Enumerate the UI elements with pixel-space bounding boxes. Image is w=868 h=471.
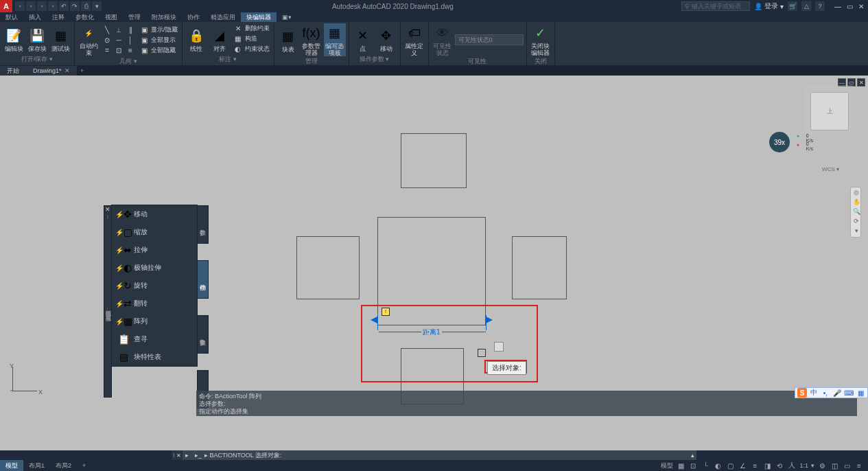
- visibility-select[interactable]: 可见性状态0: [455, 34, 524, 45]
- palette-item-block-props[interactable]: ▤块特性表: [112, 348, 197, 366]
- status-annotation-icon[interactable]: 人: [787, 461, 797, 470]
- nav-wheel-icon[interactable]: ◎: [852, 189, 860, 197]
- geo-row-equal[interactable]: =⊡≡: [101, 45, 137, 55]
- qat-save-icon[interactable]: ▫: [37, 1, 47, 11]
- status-tab-add[interactable]: +: [77, 460, 91, 471]
- nav-orbit-icon[interactable]: ⟳: [852, 218, 860, 226]
- palette-item-polar-stretch[interactable]: ⚡◐极轴拉伸: [112, 259, 197, 277]
- status-tab-layout1[interactable]: 布局1: [23, 460, 50, 471]
- status-ortho-icon[interactable]: └: [701, 461, 710, 470]
- palette-item-lookup[interactable]: 📋查寻: [112, 330, 197, 348]
- minimize-button[interactable]: —: [834, 3, 841, 10]
- status-workspace-icon[interactable]: ◫: [830, 461, 839, 470]
- status-cycling-icon[interactable]: ⟲: [775, 461, 784, 470]
- authoring-palette[interactable]: ✕ ፧ 块编写选项板 - 所有选项板 参数 动作 参数集 约束 ⚡✥移动 ⚡▢缩…: [111, 205, 198, 367]
- tab-add-button[interactable]: +: [77, 66, 88, 76]
- palette-item-stretch[interactable]: ⚡⬌拉伸: [112, 241, 197, 259]
- close-button[interactable]: ✕: [858, 3, 864, 10]
- status-polar-icon[interactable]: ◐: [713, 461, 723, 470]
- cart-icon[interactable]: 🛒: [788, 1, 797, 11]
- block-table-button[interactable]: ▦块表: [277, 27, 299, 53]
- close-editor-button[interactable]: ✓关闭块编辑器: [530, 23, 552, 56]
- menu-view[interactable]: 视图: [99, 12, 123, 22]
- edit-block-button[interactable]: 📝编辑块: [3, 26, 25, 52]
- canvas-max-icon[interactable]: ▭: [847, 78, 856, 87]
- nav-pan-icon[interactable]: ✋: [852, 198, 860, 207]
- side-tab-action[interactable]: 动作: [197, 260, 209, 299]
- hide-all-button[interactable]: ▣全部隐藏: [138, 45, 179, 55]
- qat-undo-icon[interactable]: ↶: [59, 1, 69, 11]
- status-snap-icon[interactable]: ⊡: [688, 461, 698, 470]
- command-input[interactable]: ▸_▸ BACTIONTOOL 选择对象:: [191, 451, 688, 460]
- side-tab-paramset[interactable]: 参数集: [197, 315, 209, 354]
- align-button[interactable]: ◢对齐: [209, 26, 231, 52]
- palette-title-bar[interactable]: ✕ ፧ 块编写选项板 - 所有选项板: [104, 205, 112, 398]
- qat-more-icon[interactable]: ▾: [92, 1, 102, 11]
- view-cube[interactable]: 上: [810, 92, 849, 130]
- ime-lang-icon[interactable]: 中: [809, 388, 819, 398]
- qat-saveas-icon[interactable]: ▫: [48, 1, 58, 11]
- palette-item-rotate[interactable]: ⚡↻旋转: [112, 277, 197, 295]
- tab-drawing1[interactable]: Drawing1*✕: [26, 66, 77, 76]
- drawing-canvas[interactable]: — ▭ ✕ 上 WCS ▾ 39x ●0 K/s ●0 K/s ◎ ✋ 🔍 ⟳ …: [0, 76, 868, 450]
- status-clean-icon[interactable]: ▭: [842, 461, 852, 470]
- status-tab-layout2[interactable]: 布局2: [50, 460, 77, 471]
- qat-print-icon[interactable]: ⎙: [81, 1, 91, 11]
- show-hide-button[interactable]: ▣显示/隐藏: [138, 25, 179, 34]
- status-gear-icon[interactable]: ⚙: [817, 461, 827, 470]
- side-tab-param[interactable]: 参数: [197, 205, 209, 244]
- ime-keyboard-icon[interactable]: ⌨: [844, 388, 854, 398]
- palette-close-icon[interactable]: ✕: [104, 206, 111, 214]
- attr-def-button[interactable]: 🏷属性定义: [403, 23, 425, 56]
- wcs-label[interactable]: WCS ▾: [822, 166, 839, 172]
- canvas-close-icon[interactable]: ✕: [857, 78, 865, 87]
- geo-row-tangent[interactable]: ⊙─│: [101, 35, 137, 45]
- status-grid-icon[interactable]: ▦: [676, 461, 685, 470]
- menu-expand-icon[interactable]: ▣▾: [277, 12, 297, 22]
- status-osnap-icon[interactable]: ▢: [725, 461, 735, 470]
- palette-item-move[interactable]: ⚡✥移动: [112, 205, 197, 223]
- tab-start[interactable]: 开始: [0, 66, 26, 76]
- cmd-handle[interactable]: ⁝ ✕: [172, 450, 183, 460]
- menu-annotate[interactable]: 注释: [47, 12, 70, 22]
- menu-default[interactable]: 默认: [0, 12, 23, 22]
- status-tab-model[interactable]: 模型: [0, 460, 23, 471]
- status-otrack-icon[interactable]: ∠: [738, 461, 747, 470]
- qat-new-icon[interactable]: ▫: [15, 1, 25, 11]
- menu-addins[interactable]: 附加模块: [146, 12, 182, 22]
- nav-more-icon[interactable]: ▾: [852, 227, 860, 236]
- status-scale[interactable]: 1:1: [799, 462, 808, 469]
- cmd-arrow-icon[interactable]: ▸: [183, 452, 191, 459]
- palette-item-scale[interactable]: ⚡▢缩放: [112, 223, 197, 241]
- authoring-palette-button[interactable]: ▦编写选项板: [324, 23, 346, 56]
- vis-state-button[interactable]: 👁可见性状态: [432, 23, 454, 56]
- cmd-up-icon[interactable]: ▴: [688, 452, 696, 459]
- constraint-state-button[interactable]: ◐约束状态: [232, 45, 271, 54]
- save-block-button[interactable]: 💾保存块: [26, 26, 48, 52]
- menu-manage[interactable]: 管理: [123, 12, 146, 22]
- ime-grid-icon[interactable]: ▦: [856, 388, 865, 398]
- auto-constrain-button[interactable]: ⚡自动约束: [78, 23, 99, 56]
- command-bar[interactable]: ⁝ ✕ ▸ ▸_▸ BACTIONTOOL 选择对象: ▴: [172, 450, 696, 460]
- palette-item-array[interactable]: ⚡▦阵列: [112, 312, 197, 330]
- construct-button[interactable]: ▦构造: [232, 34, 271, 44]
- search-input[interactable]: ⚲ 键入关键字或短语: [681, 1, 750, 11]
- show-all-button[interactable]: ▣全部显示: [138, 35, 179, 45]
- canvas-min-icon[interactable]: —: [838, 78, 846, 87]
- palette-item-flip[interactable]: ⚡⇄翻转: [112, 295, 197, 312]
- menu-parametric[interactable]: 参数化: [70, 12, 99, 22]
- ime-mic-icon[interactable]: 🎤: [832, 388, 842, 398]
- status-lwt-icon[interactable]: ≡: [750, 461, 760, 470]
- qat-redo-icon[interactable]: ↷: [70, 1, 80, 11]
- geo-row-line[interactable]: ╲⟂∥: [101, 25, 137, 34]
- menu-featured[interactable]: 精选应用: [205, 12, 241, 22]
- delete-constraint-button[interactable]: ✕删除约束: [232, 24, 271, 34]
- cloud-icon[interactable]: △: [801, 1, 811, 11]
- menu-insert[interactable]: 插入: [23, 12, 47, 22]
- param-mgr-button[interactable]: f(x)参数管理器: [301, 23, 322, 56]
- move-button[interactable]: ✥移动: [375, 26, 397, 52]
- test-block-button[interactable]: ▦测试块: [49, 26, 71, 52]
- status-menu-icon[interactable]: ≡: [854, 461, 864, 470]
- ime-toolbar[interactable]: S 中 •, 🎤 ⌨ ▦: [795, 387, 868, 398]
- menu-collab[interactable]: 协作: [182, 12, 205, 22]
